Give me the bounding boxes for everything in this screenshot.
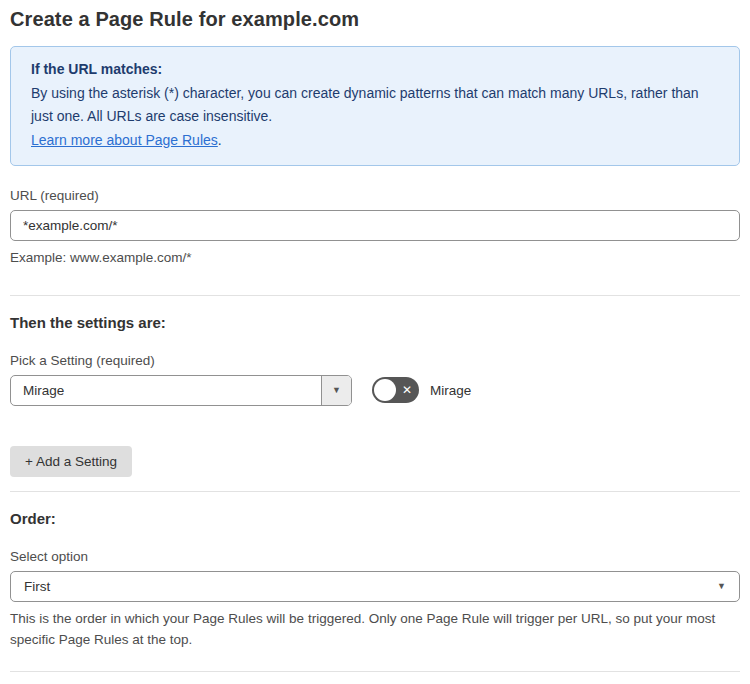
setting-select-value: Mirage (11, 376, 321, 405)
divider (10, 295, 740, 296)
dropdown-arrow-icon: ▼ (332, 385, 341, 395)
link-suffix: . (218, 132, 222, 148)
info-box-link-line: Learn more about Page Rules. (31, 129, 719, 153)
add-setting-button[interactable]: + Add a Setting (10, 446, 132, 477)
page-title: Create a Page Rule for example.com (10, 8, 740, 31)
divider (10, 491, 740, 492)
learn-more-link[interactable]: Learn more about Page Rules (31, 132, 218, 148)
setting-row: Mirage ▼ ✕ Mirage (10, 375, 740, 406)
divider (10, 671, 740, 672)
toggle-label: Mirage (430, 383, 471, 398)
mirage-toggle[interactable]: ✕ (372, 377, 419, 403)
pick-setting-label: Pick a Setting (required) (10, 353, 740, 368)
toggle-x-icon: ✕ (402, 384, 412, 396)
url-input[interactable] (10, 210, 740, 241)
dropdown-arrow-icon: ▼ (717, 581, 726, 591)
order-select-label: Select option (10, 549, 740, 564)
order-helper-text: This is the order in which your Page Rul… (10, 608, 732, 651)
create-page-rule-form: Create a Page Rule for example.com If th… (0, 0, 750, 684)
settings-section-heading: Then the settings are: (10, 314, 740, 331)
order-select[interactable]: First ▼ (10, 571, 740, 602)
info-box-heading: If the URL matches: (31, 58, 719, 82)
order-select-value: First (24, 579, 50, 594)
info-box-body: By using the asterisk (*) character, you… (31, 82, 719, 129)
url-field-label: URL (required) (10, 188, 740, 203)
url-field-helper: Example: www.example.com/* (10, 247, 740, 269)
toggle-knob (374, 379, 396, 401)
setting-select-arrow-button[interactable]: ▼ (321, 376, 351, 405)
url-match-info-box: If the URL matches: By using the asteris… (10, 46, 740, 166)
setting-select[interactable]: Mirage ▼ (10, 375, 352, 406)
order-section-heading: Order: (10, 510, 740, 527)
